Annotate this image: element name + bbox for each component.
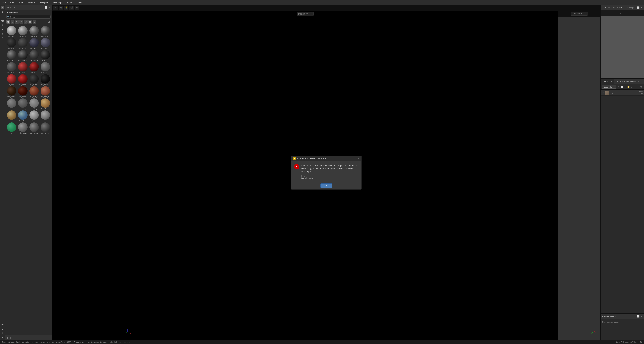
assets-more-icon[interactable]: ⋯ [12, 336, 15, 339]
asset-item[interactable]: aluminium... [6, 26, 17, 37]
layer-move-down-icon[interactable]: ↓ [637, 85, 640, 88]
layer-move-up-icon[interactable]: ↑ [634, 85, 636, 88]
tool-settings-bottom[interactable]: ⚙ [1, 327, 4, 330]
search-input[interactable] [6, 15, 50, 19]
asset-item[interactable]: concrete_p... [18, 98, 28, 110]
assets-maximize-icon[interactable]: ⬜ [45, 6, 47, 9]
asset-item[interactable]: metal_hea. [40, 110, 50, 122]
filter-grid-btn[interactable]: ⊞ [24, 20, 28, 24]
tsp-undo-icon[interactable]: ↶ [620, 12, 622, 14]
asset-item[interactable]: fabric_can... [6, 110, 17, 122]
asset-item[interactable]: ban_mid_... [18, 62, 28, 74]
filter-brush-btn[interactable]: ✏ [15, 20, 19, 24]
layer-visibility-icon[interactable]: 👁 [602, 91, 604, 94]
tool-geometry[interactable]: △ [1, 36, 4, 40]
tsp-settings-btn[interactable]: Settings... [627, 6, 636, 9]
menu-viewport[interactable]: Viewport [39, 1, 49, 4]
asset-item[interactable]: ban_dark_... [6, 62, 17, 74]
layer-folder-icon[interactable]: 📁 [627, 85, 630, 88]
tool-stack[interactable]: ≡ [1, 336, 4, 339]
base-color-dropdown[interactable]: Base color [602, 85, 616, 88]
filter-alpha-btn[interactable]: α [20, 20, 23, 24]
layer-effect-icon[interactable]: ★ [630, 85, 633, 88]
dialog-ok-button[interactable]: OK [320, 184, 332, 188]
tool-paint[interactable]: ● [1, 6, 4, 10]
asset-item[interactable]: ban_base_... [6, 50, 17, 62]
assets-panel-header: ASSETS ⬜ ✕ [5, 5, 52, 10]
tab-texture-set-settings[interactable]: TEXTURE SET SETTINGS [614, 78, 641, 84]
tool-smudge[interactable]: ▲ [1, 10, 4, 14]
menu-edit[interactable]: Edit [9, 1, 15, 4]
asset-item[interactable]: glass_flute... [18, 110, 28, 122]
asset-item[interactable]: metal_hea. [29, 110, 40, 122]
layer-mask-icon[interactable]: ◧ [624, 85, 626, 88]
asset-item[interactable]: ban_base_... [29, 38, 40, 49]
asset-item[interactable]: ban_base_... [40, 38, 50, 49]
layer-delete-icon[interactable]: 🗑 [640, 85, 643, 88]
properties-maximize-icon[interactable]: ⬜ [637, 315, 640, 318]
assets-close-icon[interactable]: ✕ [48, 6, 50, 9]
assets-import-icon[interactable]: ⬇ [6, 336, 8, 339]
tsp-redo-icon[interactable]: ↷ [623, 12, 624, 14]
tool-fill[interactable]: ⬤ [1, 19, 4, 22]
tool-layers-bottom[interactable]: ☰ [1, 318, 4, 322]
tool-text[interactable]: ✎ [1, 23, 4, 27]
critical-error-dialog: S Substance 3D Painter critical error ✕ … [291, 156, 362, 190]
layer-paint-icon[interactable]: ✏ [618, 85, 620, 88]
asset-item[interactable]: ban_acce... [40, 26, 50, 37]
filter-procedural-btn[interactable]: ⬡ [32, 20, 36, 24]
asset-item[interactable]: ban_char_01 [29, 50, 40, 62]
layer-item-layer1[interactable]: 👁 Layer 1 Norm 100 [600, 90, 644, 96]
menu-mode[interactable]: Mode [18, 1, 24, 4]
asset-item[interactable]: paint_grey... [29, 122, 40, 134]
menu-help[interactable]: Help [77, 1, 83, 4]
asset-item[interactable]: concrete_p... [6, 98, 17, 110]
asset-item[interactable]: ban_paint... [18, 74, 28, 86]
asset-thumbnail [18, 86, 28, 96]
asset-item[interactable]: Fabric Wov... [40, 98, 50, 110]
asset-item[interactable]: ban_rubbe... [40, 74, 50, 86]
tool-help-bottom[interactable]: ? [1, 331, 4, 335]
tool-eraser[interactable]: ◻ [1, 14, 4, 18]
grid-view-btn[interactable]: ⊞ [47, 20, 50, 24]
dialog-close-button[interactable]: ✕ [358, 157, 360, 160]
asset-item[interactable]: Paint [6, 122, 17, 134]
tool-eye[interactable]: 👁 [1, 322, 4, 326]
asset-item[interactable]: ban_acce... [6, 38, 17, 49]
tsp-maximize-icon[interactable]: ⬜ [637, 6, 640, 9]
tab-layers-close[interactable]: ✕ [611, 80, 612, 82]
asset-item[interactable]: paint_grey... [18, 122, 28, 134]
asset-label: ban_dark_... [41, 60, 50, 62]
filter-all-btn[interactable]: ⬤ [6, 20, 10, 24]
filter-smart-btn[interactable]: ◎ [11, 20, 14, 24]
tool-blur[interactable]: ◈ [1, 32, 4, 36]
menu-file[interactable]: File [1, 1, 6, 4]
asset-item[interactable]: paint_grey... [40, 122, 50, 134]
asset-item[interactable]: ban_acce... [18, 38, 28, 49]
asset-item[interactable]: ban_rust_01 [29, 86, 40, 98]
asset-item[interactable]: ban_mid_... [29, 62, 40, 74]
layer-new-fill-icon[interactable]: ⬜ [621, 85, 623, 88]
menu-javascript[interactable]: JavaScript [52, 1, 63, 4]
tsp-close-icon[interactable]: ✕ [641, 6, 642, 9]
tool-clone[interactable]: ⊕ [1, 28, 4, 31]
asset-item[interactable]: ban_paint... [6, 74, 17, 86]
tab-layers[interactable]: LAYERS ✕ [600, 78, 614, 84]
assets-all-libraries[interactable]: ▶ All libraries [5, 10, 52, 14]
menu-python[interactable]: Python [66, 1, 74, 4]
asset-item[interactable]: ban_dark_... [40, 50, 50, 62]
asset-item[interactable]: ban_mid_... [40, 62, 50, 74]
asset-item[interactable]: concrete_p... [29, 98, 40, 110]
asset-item[interactable]: aluminium... [18, 26, 28, 37]
all-libraries-label: All libraries [9, 12, 18, 14]
assets-add-icon[interactable]: + [10, 336, 11, 339]
asset-item[interactable]: ban_char_01 [18, 50, 28, 62]
asset-item[interactable]: ban_rubbe... [6, 86, 17, 98]
asset-item[interactable]: ban_rubbe... [18, 86, 28, 98]
asset-item[interactable]: ban_rubbe... [29, 74, 40, 86]
asset-item[interactable]: ban_rust_01 [40, 86, 50, 98]
menu-window[interactable]: Window [27, 1, 36, 4]
asset-item[interactable]: ban_acce... [29, 26, 40, 37]
properties-close-icon[interactable]: ✕ [641, 315, 642, 318]
filter-texture-btn[interactable]: ▦ [28, 20, 32, 24]
